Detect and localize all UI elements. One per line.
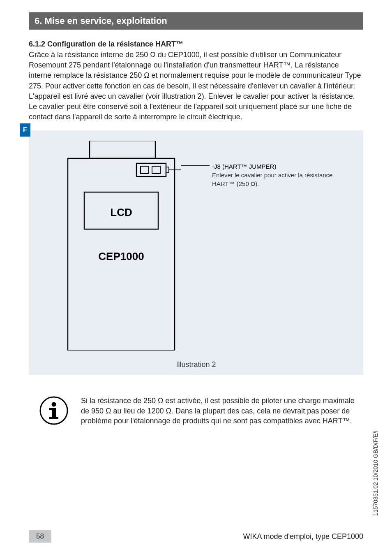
- illustration-panel: LCD CEP1000 -J8 (HART™ JUMPER) Enlever l…: [29, 130, 363, 375]
- device-diagram: LCD CEP1000: [62, 141, 181, 352]
- footer-text: WIKA mode d'emploi, type CEP1000: [51, 532, 363, 541]
- page-number: 58: [29, 530, 51, 543]
- svg-rect-4: [152, 166, 160, 174]
- svg-rect-3: [141, 166, 149, 174]
- svg-text:CEP1000: CEP1000: [98, 250, 144, 262]
- section-header: 6. Mise en service, exploitation: [29, 12, 363, 30]
- svg-rect-13: [49, 417, 58, 419]
- info-note-text: Si la résistance de 250 Ω est activée, i…: [81, 396, 359, 426]
- jumper-description-line1: Enlever le cavalier pour activer la rési…: [212, 171, 332, 179]
- jumper-heading: -J8 (HART™ JUMPER): [212, 162, 332, 171]
- jumper-description-line2: HART™ (250 Ω).: [212, 179, 332, 188]
- info-note-box: Si la résistance de 250 Ω est activée, i…: [39, 396, 359, 427]
- svg-rect-0: [90, 141, 155, 158]
- connector-line-icon: [181, 165, 210, 166]
- info-icon: [39, 396, 69, 427]
- document-reference: 11570351.02 10/2010 GB/D/F/E/I: [372, 430, 379, 516]
- illustration-caption: Illustration 2: [37, 360, 355, 369]
- subsection-title: 6.1.2 Configuration de la résistance HAR…: [29, 40, 363, 49]
- svg-rect-12: [49, 408, 54, 410]
- svg-text:LCD: LCD: [110, 206, 132, 218]
- svg-point-10: [52, 402, 56, 407]
- jumper-callout: -J8 (HART™ JUMPER) Enlever le cavalier p…: [181, 141, 355, 188]
- body-paragraph: Grâce à la résistance interne de 250 Ω d…: [29, 50, 363, 122]
- page-footer: 58 WIKA mode d'emploi, type CEP1000: [29, 530, 363, 543]
- language-tab: F: [20, 123, 30, 137]
